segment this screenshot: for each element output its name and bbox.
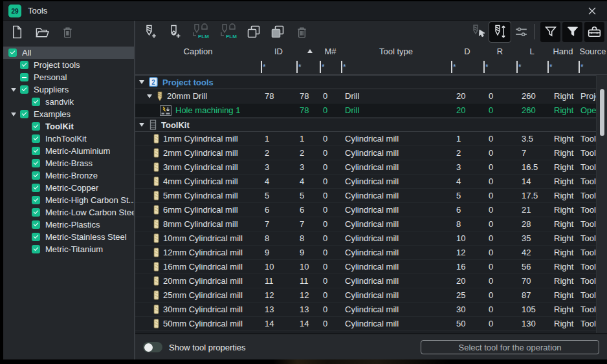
filter-cell[interactable]: *: [516, 59, 547, 74]
tool-row[interactable]: 5mm Cylindrical mill 5 5 0 Cylindrical m…: [135, 189, 607, 203]
view-options-icon[interactable]: [513, 23, 529, 41]
checkbox-icon[interactable]: [32, 147, 40, 155]
column-header[interactable]: D: [451, 47, 483, 56]
filter-cell[interactable]: *: [320, 59, 341, 74]
copy-icon[interactable]: [245, 23, 262, 41]
tool-row[interactable]: 50mm Cylindrical mill 14 14 0 Cylindrica…: [135, 317, 607, 331]
filter-cell[interactable]: [135, 59, 261, 74]
tool-row[interactable]: 20mm Drill 78 78 0 Drill 20 0 260 Right …: [135, 89, 607, 103]
checkbox-icon[interactable]: [32, 208, 40, 217]
tree-item[interactable]: Metric-Copper: [3, 182, 134, 194]
plm-import-icon[interactable]: PLM: [190, 23, 210, 41]
tree-item[interactable]: Examples: [3, 108, 134, 120]
filter-cell[interactable]: *: [451, 59, 483, 74]
add-turning-tool-icon[interactable]: [166, 23, 182, 41]
checkbox-icon[interactable]: [20, 61, 28, 69]
tool-row[interactable]: 4mm Cylindrical mill 4 4 0 Cylindrical m…: [135, 175, 607, 189]
column-header[interactable]: R: [483, 47, 516, 56]
tree-item[interactable]: Metric-High Carbon St...: [3, 194, 134, 206]
tree-item[interactable]: Project tools: [3, 59, 134, 71]
tree-item[interactable]: InchToolKit: [3, 133, 134, 145]
filter-applied-icon[interactable]: [562, 22, 582, 42]
checkbox-icon[interactable]: [32, 233, 40, 241]
expand-arrow-icon[interactable]: [10, 88, 20, 92]
tool-row[interactable]: 30mm Cylindrical mill 13 13 0 Cylindrica…: [135, 303, 607, 317]
column-header[interactable]: Source: [579, 47, 607, 56]
checkbox-icon[interactable]: [32, 98, 40, 106]
tree-item[interactable]: Metric-Low Carbon Steel: [3, 206, 134, 219]
new-document-icon[interactable]: [8, 23, 25, 41]
column-header[interactable]: Tool type: [341, 47, 451, 56]
checkbox-icon[interactable]: [32, 245, 40, 253]
tree-item[interactable]: All: [3, 47, 134, 59]
scrollbar-thumb[interactable]: [600, 89, 604, 136]
checkbox-icon[interactable]: [8, 48, 17, 57]
open-folder-icon[interactable]: [34, 23, 50, 41]
filter-cell[interactable]: *: [296, 59, 320, 74]
tool-row[interactable]: 10mm Cylindrical mill 8 8 0 Cylindrical …: [135, 231, 607, 246]
tree-item[interactable]: sandvik: [3, 96, 134, 108]
group-row[interactable]: 2 Project tools: [135, 75, 607, 89]
tree-item[interactable]: Metric-Brass: [3, 157, 134, 169]
checkbox-icon[interactable]: [20, 110, 28, 118]
tool-row[interactable]: 6mm Cylindrical mill 6 6 0 Cylindrical m…: [135, 203, 607, 217]
tree-item[interactable]: Personal: [3, 71, 134, 83]
column-header[interactable]: Caption: [135, 47, 261, 56]
expand-arrow-icon[interactable]: [139, 80, 145, 84]
tree-item[interactable]: Metric-Titanium: [3, 243, 134, 255]
vertical-scrollbar[interactable]: [596, 75, 607, 333]
tool-row[interactable]: 12mm Cylindrical mill 9 9 0 Cylindrical …: [135, 246, 607, 260]
checkbox-icon[interactable]: [20, 85, 28, 94]
toolbox-icon[interactable]: [584, 22, 604, 42]
select-tool-button[interactable]: Select tool for the operation: [421, 340, 599, 354]
filter-cell[interactable]: *: [579, 59, 607, 74]
delete-icon[interactable]: [59, 23, 76, 41]
tree-item[interactable]: Metric-Plastics: [3, 219, 134, 231]
filter-cell[interactable]: *: [547, 59, 579, 74]
group-row[interactable]: ToolKit: [135, 118, 607, 132]
show-tool-properties-toggle[interactable]: [143, 342, 162, 352]
tree-item[interactable]: Metric-Aluminium: [3, 145, 134, 157]
tool-row[interactable]: 20mm Cylindrical mill 11 11 0 Cylindrica…: [135, 274, 607, 288]
tool-row[interactable]: 2mm Cylindrical mill 2 2 0 Cylindrical m…: [135, 146, 607, 160]
close-icon[interactable]: [585, 4, 599, 18]
checkbox-icon[interactable]: [32, 220, 40, 229]
filter-icon[interactable]: [540, 22, 560, 42]
expand-arrow-icon[interactable]: [10, 112, 20, 116]
column-header[interactable]: [296, 49, 320, 53]
cell-id: 10: [261, 262, 296, 272]
column-header[interactable]: L: [516, 47, 547, 56]
tool-row[interactable]: 25mm Cylindrical mill 12 12 0 Cylindrica…: [135, 288, 607, 303]
checkbox-icon[interactable]: [32, 159, 40, 167]
column-header[interactable]: Hand: [547, 47, 579, 56]
plm-export-icon[interactable]: PLM: [217, 23, 238, 41]
tree-item[interactable]: Metric-Bronze: [3, 169, 134, 182]
tool-row[interactable]: 1mm Cylindrical mill 1 1 0 Cylindrical m…: [135, 132, 607, 146]
tree-item[interactable]: ToolKit: [3, 120, 134, 133]
delete-tool-icon[interactable]: [293, 23, 310, 41]
checkbox-icon[interactable]: [32, 134, 40, 143]
duplicate-icon[interactable]: [269, 23, 286, 41]
cell-l: 70: [516, 276, 547, 286]
checkbox-icon[interactable]: [32, 171, 40, 180]
expand-arrow-icon[interactable]: [147, 94, 153, 98]
column-header[interactable]: M#: [320, 47, 341, 56]
add-milling-tool-icon[interactable]: [142, 23, 159, 41]
filter-cell[interactable]: *: [483, 59, 516, 74]
tree-item[interactable]: Metric-Stainless Steel: [3, 231, 134, 243]
tool-row[interactable]: 8mm Cylindrical mill 7 7 0 Cylindrical m…: [135, 217, 607, 231]
filter-cell[interactable]: *: [261, 59, 296, 74]
checkbox-icon[interactable]: [20, 73, 28, 81]
measure-tool-icon[interactable]: [489, 22, 511, 42]
tool-row[interactable]: 3mm Cylindrical mill 3 3 0 Cylindrical m…: [135, 160, 607, 175]
tool-row[interactable]: 16mm Cylindrical mill 10 10 0 Cylindrica…: [135, 260, 607, 274]
checkbox-icon[interactable]: [32, 196, 40, 204]
filter-cell[interactable]: *: [341, 59, 451, 74]
checkbox-icon[interactable]: [32, 184, 40, 192]
pick-tool-icon[interactable]: [470, 23, 487, 41]
tree-item[interactable]: Suppliers: [3, 83, 134, 96]
checkbox-icon[interactable]: [32, 122, 40, 131]
tool-row[interactable]: Hole machining 1 78 0 Drill 20 0 260 Rig…: [135, 103, 607, 118]
column-header[interactable]: ID: [261, 47, 296, 56]
expand-arrow-icon[interactable]: [139, 123, 145, 127]
